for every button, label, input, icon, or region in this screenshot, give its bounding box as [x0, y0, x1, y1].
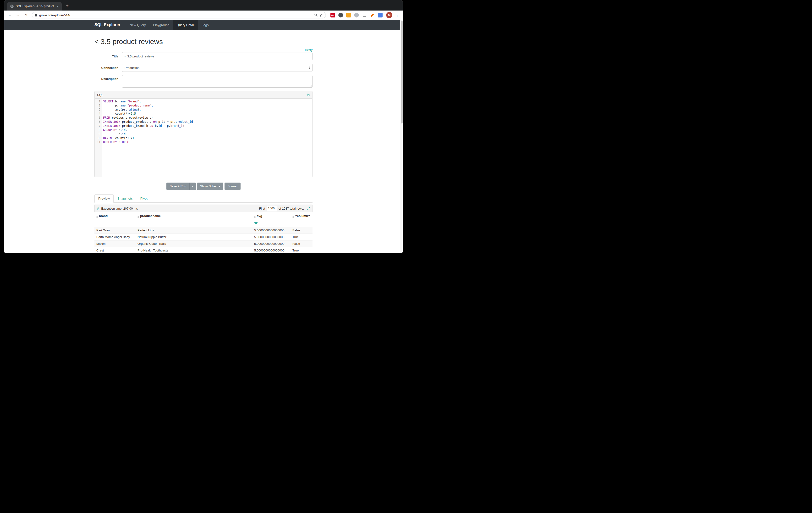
- column-header-brand[interactable]: brand: [94, 212, 136, 220]
- back-icon[interactable]: ←: [7, 12, 13, 18]
- description-textarea[interactable]: [122, 75, 313, 87]
- results-bar: # Execution time: 207.00 ms First of 193…: [94, 205, 313, 212]
- tab-pivot[interactable]: Pivot: [137, 194, 151, 202]
- line-number: 2: [95, 104, 100, 108]
- external-link-icon[interactable]: [307, 93, 310, 97]
- nav-item-new-query[interactable]: New Query: [126, 20, 149, 30]
- table-row: MaximOrganic Cotton Balls5.0000000000000…: [94, 240, 313, 247]
- tab-favicon-globe-icon: [10, 4, 14, 8]
- table-row: Kari GranPerfect Lips5.0000000000000000F…: [94, 227, 313, 234]
- browser-menu-icon[interactable]: ⋮: [395, 13, 400, 18]
- tab-strip: SQL Explorer - < 3.5 product re × +: [4, 0, 403, 10]
- connection-selected-value: Production: [124, 66, 139, 70]
- code-line: p.name "product name",: [103, 104, 312, 108]
- cell: False: [291, 240, 313, 247]
- action-buttons: Save & Run Show Schema Format: [94, 183, 313, 190]
- code-line: GROUP BY b.id,: [103, 128, 312, 132]
- page-viewport: SQL Explorer New QueryPlaygroundQuery De…: [4, 20, 403, 253]
- bookmark-star-icon[interactable]: [319, 14, 323, 17]
- url-bar[interactable]: grove.co/explorer/514/: [32, 12, 326, 19]
- forward-icon[interactable]: →: [15, 12, 21, 18]
- reload-icon[interactable]: ↻: [23, 12, 29, 18]
- nav-item-logs[interactable]: Logs: [198, 20, 212, 30]
- table-row: Earth Mama Angel BabyNatural Nipple Butt…: [94, 234, 313, 240]
- title-field-row: Title: [94, 52, 313, 60]
- pencil-extension-icon[interactable]: [370, 13, 375, 18]
- show-schema-button[interactable]: Show Schema: [197, 183, 223, 190]
- rows-first-label: First: [259, 207, 265, 210]
- connection-select[interactable]: Production: [122, 64, 313, 72]
- cell: Pro-Health Toothpaste: [136, 247, 252, 253]
- browser-tab[interactable]: SQL Explorer - < 3.5 product re ×: [7, 2, 62, 10]
- new-tab-button[interactable]: +: [64, 2, 71, 9]
- cell: Organic Cotton Balls: [136, 240, 252, 247]
- browser-toolbar: ← → ↻ grove.co/explorer/514/ ABP M ⋮: [4, 10, 403, 20]
- title-input[interactable]: [122, 52, 313, 60]
- hash-link[interactable]: #: [97, 207, 99, 210]
- format-button[interactable]: Format: [225, 183, 240, 190]
- extensions-area: ABP: [329, 13, 384, 18]
- cell: False: [291, 227, 313, 234]
- filter-cell-brand: [94, 220, 136, 227]
- connection-label: Connection: [94, 66, 118, 70]
- save-run-button-group: Save & Run: [167, 183, 196, 190]
- result-tabs: PreviewSnapshotsPivot: [94, 194, 313, 202]
- column-stats-icon[interactable]: [254, 221, 258, 224]
- code-line: count(*)<3.5: [103, 112, 312, 116]
- code-line: INNER JOIN product_product p ON p.id = p…: [103, 120, 312, 124]
- url-text[interactable]: grove.co/explorer/514/: [39, 14, 312, 17]
- line-number: 8: [95, 128, 100, 132]
- nav-item-query-detail[interactable]: Query Detail: [173, 20, 198, 30]
- filter-cell-column: [291, 220, 313, 227]
- line-number: 11: [95, 140, 100, 144]
- execution-time-text: Execution time: 207.00 ms: [101, 207, 138, 210]
- cell: Crest: [94, 247, 136, 253]
- code-line: ORDER BY 3 DESC: [103, 140, 312, 144]
- sort-icon: [96, 216, 98, 218]
- history-link[interactable]: History: [304, 48, 313, 52]
- line-number: 10: [95, 136, 100, 140]
- tab-snapshots[interactable]: Snapshots: [114, 194, 137, 202]
- cell: True: [291, 234, 313, 240]
- nav-item-playground[interactable]: Playground: [149, 20, 173, 30]
- browser-window: SQL Explorer - < 3.5 product re × + ← → …: [4, 0, 403, 253]
- filter-cell-avg: [252, 220, 291, 227]
- tab-close-icon[interactable]: ×: [56, 4, 60, 8]
- save-run-button[interactable]: Save & Run: [167, 183, 189, 190]
- fullscreen-expand-icon[interactable]: [307, 207, 310, 210]
- code-lines[interactable]: SELECT b.name "brand", p.name "product n…: [102, 99, 312, 177]
- search-icon[interactable]: [314, 14, 318, 17]
- gray-circle-extension-icon[interactable]: [354, 13, 359, 18]
- orange-square-extension-icon[interactable]: [346, 13, 351, 18]
- tab-preview[interactable]: Preview: [94, 194, 114, 202]
- sql-panel-title: SQL: [97, 93, 103, 97]
- adblock-plus-icon[interactable]: ABP: [330, 13, 335, 18]
- rows-limit-input[interactable]: [267, 206, 277, 211]
- sql-editor[interactable]: 1234567891011 SELECT b.name "brand", p.n…: [95, 99, 312, 177]
- profile-avatar[interactable]: M: [386, 12, 393, 18]
- title-label: Title: [94, 55, 118, 58]
- scrollbar-thumb[interactable]: [401, 21, 403, 124]
- app-brand[interactable]: SQL Explorer: [94, 20, 120, 30]
- table-row: CrestPro-Health Toothpaste5.000000000000…: [94, 247, 313, 253]
- dark-circle-extension-icon[interactable]: [338, 13, 343, 18]
- cell: 5.0000000000000000: [252, 240, 291, 247]
- column-header-product-name[interactable]: product name: [136, 212, 252, 220]
- page-content: < 3.5 product reviews History Title Conn…: [4, 30, 403, 253]
- save-run-dropdown-button[interactable]: [190, 183, 196, 190]
- line-number: 1: [95, 100, 100, 104]
- blue-square-extension-icon[interactable]: [378, 13, 383, 18]
- description-label: Description: [94, 75, 118, 87]
- column-header-column[interactable]: ?column?: [291, 212, 313, 220]
- caret-down-icon: [192, 186, 194, 187]
- filter-cell-product-name: [136, 220, 252, 227]
- history-row: History: [94, 48, 313, 51]
- code-line: SELECT b.name "brand",: [103, 100, 312, 104]
- results-filter-row: [94, 220, 313, 227]
- list-extension-icon[interactable]: [362, 13, 367, 18]
- page-scrollbar[interactable]: [400, 20, 403, 253]
- line-number: 7: [95, 124, 100, 128]
- column-header-avg[interactable]: avg: [252, 212, 291, 220]
- screen: SQL Explorer - < 3.5 product re × + ← → …: [0, 0, 406, 256]
- sql-panel: SQL 1234567891011 SELECT b.name "brand",…: [94, 91, 313, 177]
